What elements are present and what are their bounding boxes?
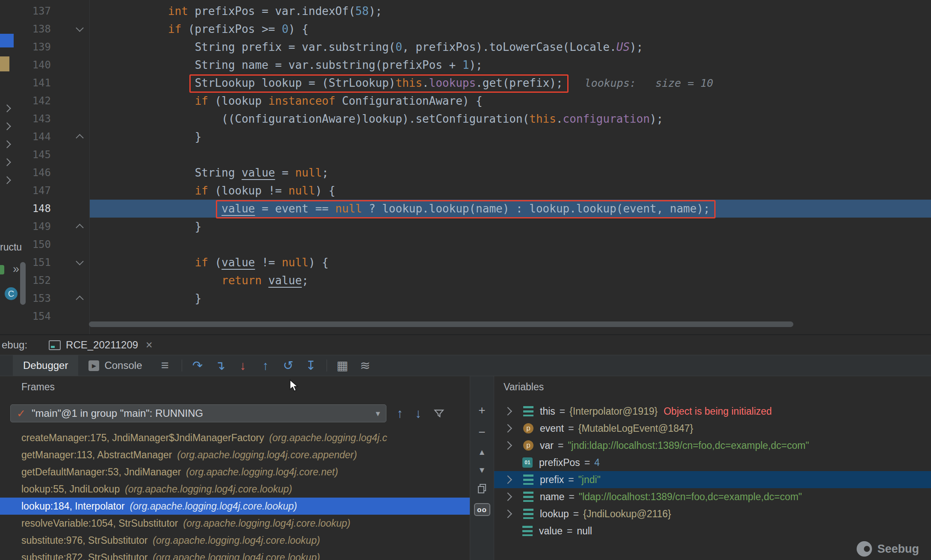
fold-marker-icon[interactable]	[76, 295, 83, 303]
frame-row[interactable]: resolveVariable:1054, StrSubstitutor(org…	[0, 515, 470, 532]
filter-icon[interactable]	[433, 408, 445, 419]
line-number[interactable]: 147	[0, 182, 51, 200]
variable-row[interactable]: 01prefixPos=4	[494, 454, 931, 471]
chevron-more-icon[interactable]: »	[13, 262, 19, 276]
move-up-icon[interactable]: ▲	[478, 448, 486, 456]
line-number[interactable]: 154	[0, 307, 51, 325]
duplicate-icon[interactable]	[478, 484, 486, 493]
code-lines: int prefixPos = var.indexOf(58);if (pref…	[0, 0, 931, 325]
variable-name: value	[539, 525, 563, 537]
layout-settings-icon[interactable]: ≋	[354, 356, 377, 375]
fold-marker-icon[interactable]	[76, 224, 83, 231]
chevron-right-icon[interactable]	[504, 475, 512, 484]
evaluate-expression-icon[interactable]: ▦	[331, 356, 354, 375]
code-line-145[interactable]	[0, 146, 931, 164]
value-icon	[523, 406, 533, 416]
frame-row[interactable]: lookup:184, Interpolator(org.apache.logg…	[0, 498, 470, 515]
chevron-right-icon[interactable]	[504, 492, 512, 501]
class-icon: C	[5, 287, 18, 300]
frame-row[interactable]: substitute:872, StrSubstitutor(org.apach…	[0, 549, 470, 560]
force-step-into-icon[interactable]: ↓	[232, 356, 254, 375]
code-line-144[interactable]: }	[0, 128, 931, 146]
toolbar-separator	[327, 360, 327, 371]
show-watches-icon[interactable]: oo	[474, 503, 490, 516]
chevron-right-icon[interactable]	[504, 510, 512, 518]
variable-row[interactable]: name="ldap://localhost:1389/cn=foo,dc=ex…	[494, 488, 931, 505]
code-line-140[interactable]: String name = var.substring(prefixPos + …	[0, 56, 931, 74]
code-line-151[interactable]: if (value != null) {	[0, 253, 931, 271]
code-line-139[interactable]: String prefix = var.substring(0, prefixP…	[0, 38, 931, 56]
frame-row[interactable]: getDefaultManager:53, JndiManager(org.ap…	[0, 463, 470, 480]
code-line-153[interactable]: }	[0, 289, 931, 307]
editor-gutter[interactable]: 1371381391401411421431441451461471481491…	[0, 0, 90, 334]
structure-toolwindow-label: ructu	[0, 242, 22, 253]
code-line-146[interactable]: String value = null;	[0, 164, 931, 182]
next-frame-icon[interactable]: ↓	[415, 406, 421, 421]
thread-dropdown[interactable]: ✓ "main"@1 in group "main": RUNNING ▾	[10, 404, 386, 422]
remove-watch-icon[interactable]: −	[478, 426, 485, 438]
frame-row[interactable]: substitute:976, StrSubstitutor(org.apach…	[0, 532, 470, 549]
code-line-150[interactable]	[0, 236, 931, 253]
frame-row[interactable]: getManager:113, AbstractManager(org.apac…	[0, 446, 470, 463]
code-line-148[interactable]: value = event == null ? lookup.lookup(na…	[0, 200, 931, 218]
frame-method: lookup:184, Interpolator	[21, 501, 125, 512]
code-line-152[interactable]: return value;	[0, 271, 931, 289]
fold-marker-icon[interactable]	[76, 257, 83, 265]
add-watch-icon[interactable]: +	[478, 404, 485, 416]
drop-frame-icon[interactable]: ↺	[277, 356, 300, 375]
fold-marker-icon[interactable]	[76, 134, 83, 141]
frame-method: substitute:976, StrSubstitutor	[21, 535, 147, 546]
watermark: Seebug	[857, 541, 919, 557]
step-over-icon[interactable]: ↴	[209, 356, 232, 375]
variable-row[interactable]: value=null	[494, 522, 931, 539]
frame-row[interactable]: createManager:175, JndiManager$JndiManag…	[0, 429, 470, 446]
variable-row[interactable]: lookup={JndiLookup@2116}	[494, 505, 931, 522]
variable-row[interactable]: this={Interpolator@1919}Object is being …	[494, 403, 931, 420]
variable-value: null	[577, 525, 592, 537]
primitive-icon: 01	[522, 457, 533, 468]
equals-sign: =	[584, 457, 590, 469]
tab-debugger[interactable]: Debugger	[13, 355, 78, 376]
tab-console[interactable]: ▶ Console	[78, 355, 152, 376]
variable-name: event	[540, 423, 564, 434]
vertical-scrollbar[interactable]	[20, 262, 26, 305]
frame-row[interactable]: lookup:55, JndiLookup(org.apache.logging…	[0, 480, 470, 498]
close-icon[interactable]: ×	[146, 339, 153, 351]
line-number[interactable]: 137	[0, 2, 51, 20]
variable-name: var	[540, 440, 554, 451]
chevron-right-icon[interactable]	[504, 424, 512, 433]
variable-warning: Object is being initialized	[663, 406, 772, 417]
chevron-right-icon[interactable]	[504, 441, 512, 450]
line-number[interactable]: 141	[0, 74, 51, 92]
chevron-placeholder	[504, 459, 511, 466]
variable-value: "ldap://localhost:1389/cn=foo,dc=example…	[579, 491, 802, 503]
frame-method: lookup:55, JndiLookup	[21, 483, 120, 495]
variable-value: {JndiLookup@2116}	[583, 508, 671, 520]
session-tab[interactable]: RCE_20211209 ×	[43, 335, 159, 355]
move-down-icon[interactable]: ▼	[478, 466, 486, 474]
previous-frame-icon[interactable]: ↑	[397, 406, 403, 421]
code-line-149[interactable]: }	[0, 218, 931, 236]
code-editor[interactable]: int prefixPos = var.indexOf(58);if (pref…	[0, 0, 931, 334]
variable-row[interactable]: prefix="jndi"	[494, 471, 931, 488]
code-line-138[interactable]: if (prefixPos >= 0) {	[0, 20, 931, 38]
variable-name: prefix	[540, 474, 564, 486]
code-line-142[interactable]: if (lookup instanceof ConfigurationAware…	[0, 92, 931, 110]
chevron-right-icon[interactable]	[504, 407, 512, 416]
toolwindow-icon-fragment	[0, 265, 4, 274]
variable-row[interactable]: pvar="jndi:ldap://localhost:1389/cn=foo,…	[494, 437, 931, 454]
show-execution-point-icon[interactable]: ↷	[186, 356, 209, 375]
line-number[interactable]: 148	[0, 200, 51, 218]
step-out-icon[interactable]: ↑	[254, 356, 277, 375]
code-line-143[interactable]: ((ConfigurationAware)lookup).setConfigur…	[0, 110, 931, 128]
fold-marker-icon[interactable]	[76, 24, 83, 32]
run-to-cursor-icon[interactable]: ↧	[300, 356, 322, 375]
code-line-137[interactable]: int prefixPos = var.indexOf(58);	[0, 2, 931, 20]
code-line-147[interactable]: if (lookup != null) {	[0, 182, 931, 200]
variable-row[interactable]: pevent={MutableLogEvent@1847}	[494, 420, 931, 437]
chevron-placeholder	[504, 528, 511, 535]
code-line-141[interactable]: StrLookup lookup = (StrLookup)this.looku…	[0, 74, 931, 92]
menu-icon[interactable]: ≡	[152, 358, 177, 373]
horizontal-scrollbar[interactable]	[89, 321, 793, 327]
line-number[interactable]: 149	[0, 218, 51, 236]
